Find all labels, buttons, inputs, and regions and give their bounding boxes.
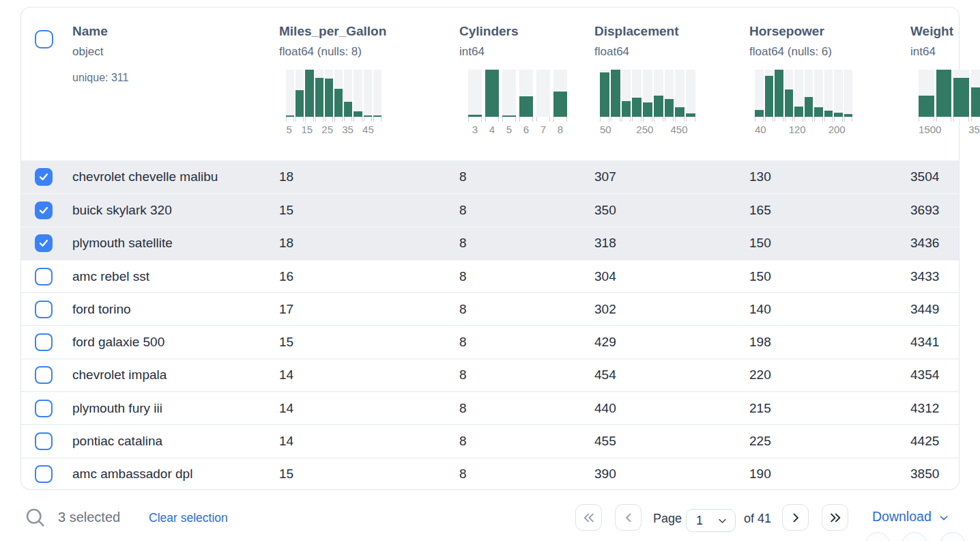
cell-hp: 130 (749, 169, 910, 184)
hist-tick (364, 117, 372, 122)
table-row: plymouth satellite1883181503436 (21, 227, 959, 260)
hist-bin (325, 70, 333, 117)
hist-tick-label (821, 124, 826, 135)
column-dtype: int64 (459, 45, 594, 59)
hist-bin (485, 70, 499, 117)
hist-tick (755, 117, 764, 122)
table-row: ford torino1783021403449 (21, 292, 959, 325)
hist-tick-label: 7 (536, 124, 550, 135)
page-select[interactable]: 1 (686, 509, 736, 532)
histogram-horsepower: 40120200 (755, 70, 852, 135)
row-checkbox[interactable] (35, 168, 53, 186)
hist-bin (354, 70, 362, 117)
row-checkbox[interactable] (35, 465, 53, 483)
table-row: chevrolet impala1484542204354 (21, 359, 959, 391)
cell-weight: 4341 (910, 335, 959, 350)
hist-tick-label: 5 (502, 124, 516, 135)
cell-disp: 304 (594, 269, 749, 284)
hist-bin (794, 70, 803, 117)
cell-disp: 390 (594, 467, 749, 482)
chevron-right-icon (789, 511, 803, 525)
hist-bin (536, 70, 550, 117)
row-checkbox[interactable] (35, 432, 53, 450)
hist-tick (953, 117, 969, 122)
hist-tick-label (620, 124, 627, 135)
hidden-action-button[interactable] (940, 532, 966, 541)
column-title: Miles_per_Gallon (279, 23, 459, 40)
cell-weight: 4425 (910, 434, 959, 449)
hist-tick-label: 50 (600, 124, 611, 135)
chevron-down-icon (717, 516, 727, 526)
hist-bin (315, 70, 323, 117)
hist-tick-label (375, 124, 381, 135)
hist-bin (844, 70, 853, 117)
hist-tick (834, 117, 843, 122)
hist-tick (536, 117, 550, 122)
search-icon (25, 507, 46, 529)
column-dtype: float64 (nulls: 6) (749, 45, 910, 59)
cell-hp: 190 (749, 467, 910, 482)
hist-bin (686, 70, 695, 117)
row-checkbox[interactable] (35, 333, 53, 351)
row-checkbox[interactable] (35, 202, 53, 219)
cell-weight: 3436 (910, 236, 959, 251)
hist-tick-label: 450 (670, 124, 687, 135)
hist-bin (654, 70, 663, 117)
first-page-button[interactable] (575, 504, 602, 531)
histogram-weight: 15003500 (919, 70, 980, 135)
select-all-checkbox[interactable] (35, 30, 53, 48)
hist-bin (834, 70, 843, 117)
row-checkbox[interactable] (35, 268, 53, 286)
hist-tick (334, 117, 343, 122)
row-checkbox-cell (21, 333, 72, 351)
hist-bin (665, 70, 674, 117)
hist-tick-label: 8 (553, 124, 567, 135)
row-checkbox-cell (21, 465, 72, 483)
row-checkbox[interactable] (35, 234, 53, 252)
hist-tick-label (775, 124, 780, 135)
cell-weight: 4354 (910, 367, 959, 383)
row-checkbox[interactable] (35, 366, 53, 384)
hist-tick-label (654, 124, 661, 135)
hist-tick-label (814, 124, 820, 135)
cell-hp: 150 (749, 269, 910, 284)
cell-mpg: 15 (279, 335, 459, 350)
cell-weight: 4312 (910, 401, 959, 416)
hist-tick (600, 117, 609, 122)
clear-selection-link[interactable]: Clear selection (149, 511, 228, 525)
hist-tick-label: 5 (286, 124, 292, 135)
hist-bin (785, 70, 794, 117)
cell-hp: 215 (749, 401, 910, 416)
hidden-action-button[interactable] (902, 532, 927, 541)
hidden-action-button[interactable] (865, 532, 891, 541)
cell-disp: 302 (594, 302, 749, 317)
column-dtype: int64 (910, 45, 980, 59)
next-page-button[interactable] (782, 504, 809, 531)
row-checkbox[interactable] (35, 301, 53, 318)
last-page-button[interactable] (822, 504, 848, 531)
column-title: Displacement (594, 23, 749, 40)
hist-tick-label (847, 124, 852, 135)
cell-cyl: 8 (459, 434, 594, 449)
hist-tick (765, 117, 774, 122)
hist-tick-label: 120 (789, 124, 806, 135)
cell-hp: 198 (749, 335, 910, 350)
download-link[interactable]: Download (872, 509, 949, 525)
row-checkbox-cell (21, 400, 72, 417)
selected-count: 3 selected (58, 510, 120, 525)
hist-tick-label: 4 (485, 124, 499, 135)
cell-name: plymouth fury iii (72, 401, 279, 416)
previous-page-button[interactable] (615, 504, 642, 531)
row-checkbox[interactable] (35, 400, 53, 417)
search-button[interactable] (25, 507, 46, 529)
hist-tick (315, 117, 323, 122)
hist-tick (936, 117, 952, 122)
cell-hp: 150 (749, 236, 910, 251)
cell-cyl: 8 (459, 302, 594, 317)
hist-bin (824, 70, 833, 117)
cell-mpg: 14 (279, 401, 459, 416)
hist-bin (373, 70, 381, 117)
column-header-displacement: Displacement float64 50250450 (594, 8, 749, 161)
column-header-weight: Weight int64 15003500 (910, 8, 980, 161)
double-chevron-left-icon (582, 511, 596, 525)
